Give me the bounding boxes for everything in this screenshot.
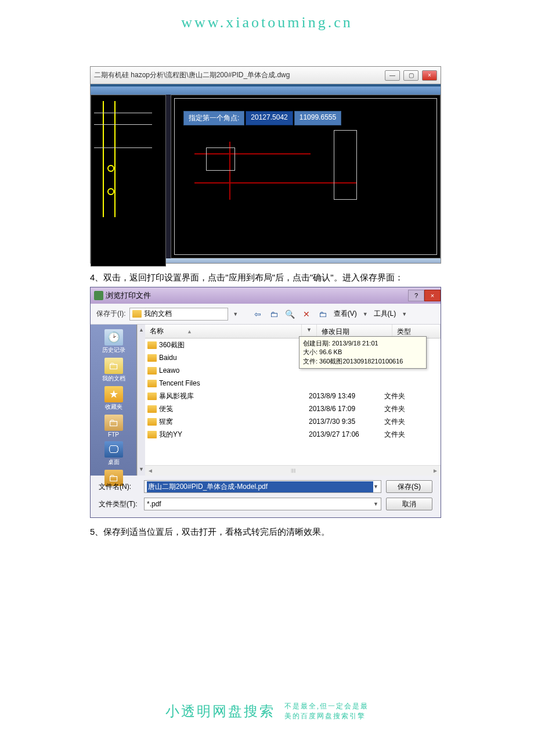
folder-icon (147, 380, 157, 387)
file-row[interactable]: 暴风影视库2013/8/9 13:49文件夹 (145, 390, 441, 402)
watermark-title: 小透明网盘搜索 (165, 702, 275, 721)
scroll-up-icon[interactable]: ▲ (138, 327, 145, 334)
folder-icon (147, 431, 157, 438)
file-list: 名称▲ ▼ 修改日期 类型 360截图2013/9/18 21:01文件夹 Ba… (145, 325, 441, 476)
filename-label: 文件名(N): (99, 482, 139, 492)
sidebar-item-desktop[interactable]: 🖵桌面 (104, 440, 123, 467)
scroll-down-icon[interactable]: ▼ (138, 466, 145, 473)
folder-icon (147, 393, 157, 400)
view-menu[interactable]: 查看(V) (334, 309, 357, 319)
sidebar-item-documents[interactable]: 🗀我的文档 (102, 357, 125, 384)
dialog-footer: 文件名(N): 唐山二期200#PID_单体合成-Model.pdf▼ 保存(S… (91, 476, 441, 517)
folder-icon (147, 354, 157, 362)
step-5-text: 5、保存到适当位置后，双击打开，看格式转完后的清晰效果。 (90, 525, 441, 539)
new-folder-icon[interactable]: 🗀 (317, 309, 328, 319)
app-icon (94, 291, 103, 300)
sidebar-item-favorites[interactable]: ★收藏夹 (104, 385, 123, 412)
help-button[interactable]: ? (408, 290, 424, 301)
folder-icon (147, 405, 157, 413)
folder-icon (147, 367, 157, 375)
file-row[interactable]: 我的YY2013/9/27 17:06文件夹 (145, 428, 441, 441)
sidebar-scrollbar[interactable]: ▲ ▼ (137, 325, 145, 476)
chevron-down-icon[interactable]: ▼ (373, 501, 378, 507)
close-button[interactable]: × (424, 290, 441, 301)
tooltip-y-value: 11099.6555 (294, 111, 341, 125)
dialog-toolbar: 保存于(I): 我的文档 ▼ ⇦ 🗀 🔍 ✕ 🗀 查看(V) ▼ 工具(L) ▼ (91, 304, 441, 325)
save-in-value: 我的文档 (144, 309, 172, 319)
watermark-sub1: 不是最全,但一定会是最 (284, 701, 369, 711)
sort-arrow-icon: ▲ (187, 329, 192, 334)
cad-title-text: 二期有机硅 hazop分析\流程图\唐山二期200#PID_单体合成.dwg (94, 70, 290, 80)
folder-icon (147, 418, 157, 426)
sidebar-item-ftp[interactable]: 🗀FTP (104, 413, 123, 439)
up-icon[interactable]: 🗀 (269, 309, 279, 319)
maximize-button[interactable]: ▢ (403, 70, 418, 81)
cad-canvas[interactable]: 指定第一个角点: 20127.5042 11099.6555 (91, 84, 441, 258)
save-in-label: 保存于(I): (96, 309, 126, 319)
window-buttons: — ▢ × (385, 70, 437, 81)
file-row[interactable]: 猩窝2013/7/30 9:35文件夹 (145, 415, 441, 428)
filetype-dropdown[interactable]: *.pdf▼ (144, 498, 381, 510)
chevron-down-icon[interactable]: ▼ (363, 311, 368, 317)
chevron-down-icon[interactable]: ▼ (373, 484, 378, 489)
save-button[interactable]: 保存(S) (386, 480, 432, 493)
tooltip-x-value: 20127.5042 (246, 111, 293, 125)
column-name[interactable]: 名称▲ (145, 325, 302, 338)
watermark-sub2: 美的百度网盘搜索引擎 (284, 711, 369, 721)
delete-icon[interactable]: ✕ (301, 309, 312, 319)
cad-titlebar: 二期有机硅 hazop分析\流程图\唐山二期200#PID_单体合成.dwg —… (91, 67, 441, 84)
chevron-down-icon[interactable]: ▼ (402, 311, 407, 317)
minimize-button[interactable]: — (385, 70, 400, 81)
file-tooltip: 创建日期: 2013/9/18 21:01 大小: 96.6 KB 文件: 36… (299, 336, 427, 369)
file-row[interactable]: Tencent Files (145, 377, 441, 390)
search-icon[interactable]: 🔍 (285, 309, 295, 319)
filetype-label: 文件类型(T): (99, 499, 139, 509)
tools-menu[interactable]: 工具(L) (374, 309, 396, 319)
places-sidebar: 🕑历史记录 🗀我的文档 ★收藏夹 🗀FTP 🖵桌面 🗀 (91, 325, 137, 476)
filename-input[interactable]: 唐山二期200#PID_单体合成-Model.pdf▼ (144, 480, 381, 493)
close-button[interactable]: × (422, 70, 437, 81)
tooltip-label: 指定第一个角点: (183, 111, 244, 125)
folder-icon (132, 310, 142, 318)
cancel-button[interactable]: 取消 (386, 498, 432, 510)
scroll-left-icon[interactable]: ◄ (147, 467, 153, 474)
file-row[interactable]: 便笺2013/8/6 17:09文件夹 (145, 402, 441, 415)
save-in-dropdown[interactable]: 我的文档 (129, 308, 228, 321)
cad-window: 二期有机硅 hazop分析\流程图\唐山二期200#PID_单体合成.dwg —… (90, 66, 441, 264)
step-4-text: 4、双击，返回打印设置界面，点击"应用到布局"后，点击"确认"。进入保存界面： (90, 271, 441, 285)
save-dialog: 浏览打印文件 ? × 保存于(I): 我的文档 ▼ ⇦ 🗀 🔍 ✕ 🗀 查看(V… (90, 287, 441, 518)
dialog-titlebar: 浏览打印文件 ? × (91, 287, 441, 304)
dialog-title-text: 浏览打印文件 (106, 290, 151, 301)
sidebar-item-history[interactable]: 🕑历史记录 (102, 328, 125, 355)
folder-icon (147, 341, 157, 349)
back-icon[interactable]: ⇦ (252, 309, 263, 319)
cad-coordinate-tooltip: 指定第一个角点: 20127.5042 11099.6555 (183, 111, 341, 125)
watermark-bottom: 小透明网盘搜索 不是最全,但一定会是最 美的百度网盘搜索引擎 (0, 701, 534, 733)
dropdown-arrow-icon[interactable]: ▼ (232, 311, 240, 317)
horizontal-scrollbar[interactable]: ◄⫴⫴► (145, 465, 441, 476)
scroll-right-icon[interactable]: ► (432, 467, 438, 474)
watermark-top: www.xiaotouming.cn (0, 0, 534, 66)
